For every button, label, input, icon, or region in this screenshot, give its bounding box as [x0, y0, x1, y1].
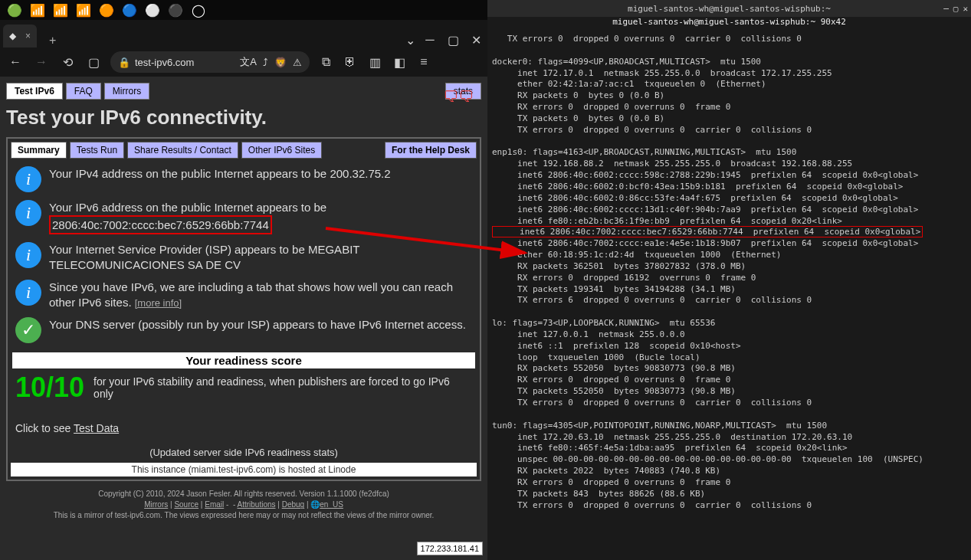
maximize-button[interactable]: ▢ [444, 32, 461, 47]
terminal-title: miguel-santos-wh@miguel-santos-wisphub:~ [628, 4, 831, 14]
click-test-line: Click to see Test Data [15, 422, 472, 434]
reload-button[interactable]: ⟲ [58, 55, 77, 70]
os-titlebar: 🟢 📶 📶 📶 🟠 🔵 ⚪ ⚫ ◯ [0, 0, 487, 20]
close-button[interactable]: ✕ [467, 32, 484, 47]
app-icon-7[interactable]: ⚪ [146, 3, 159, 17]
warning-icon[interactable]: ⚠ [293, 57, 302, 68]
sub-tab-summary[interactable]: Summary [11, 142, 67, 159]
terminal-window: miguel-santos-wh@miguel-santos-wisphub:~… [487, 0, 971, 560]
back-button[interactable]: ← [6, 55, 25, 69]
app-icon-8[interactable]: ⚫ [169, 3, 182, 17]
browser-window: 🟢 📶 📶 📶 🟠 🔵 ⚪ ⚫ ◯ ◆ × + ⌄ ─ ▢ ✕ ← → ⟲ ▢ … [0, 0, 487, 560]
forward-button[interactable]: → [32, 55, 51, 69]
dns-text: Your DNS server (possibly run by your IS… [49, 317, 466, 332]
sub-tab-tests[interactable]: Tests Run [70, 142, 124, 159]
sub-tab-help[interactable]: For the Help Desk [385, 142, 477, 159]
share-icon[interactable]: ⤴ [263, 57, 268, 68]
tab-close-button[interactable]: × [25, 31, 31, 41]
page-tab-faq[interactable]: FAQ [66, 83, 101, 100]
app-icon-github[interactable]: ◯ [192, 3, 205, 17]
more-info-link[interactable]: [more info] [135, 297, 182, 309]
shield-icon[interactable]: ⛨ [342, 55, 359, 69]
info-icon: i [15, 166, 41, 192]
ipv4-text: Your IPv4 address on the public Internet… [49, 166, 391, 182]
app-icon-4[interactable]: 📶 [77, 3, 90, 17]
browser-toolbar: ← → ⟲ ▢ 🔒 test-ipv6.com 文A ⤴ 🦁 ⚠ ⧉ ⛨ ▥ ◧… [0, 47, 487, 77]
readiness-header: Your readiness score [12, 352, 475, 368]
footer-email[interactable]: Email [205, 500, 224, 509]
sidebar-icon[interactable]: ◧ [391, 55, 408, 70]
brave-icon[interactable]: 🦁 [274, 57, 287, 68]
term-maximize[interactable]: ▢ [953, 4, 959, 14]
page-tab-test[interactable]: Test IPv6 [6, 83, 63, 100]
terminal-titlebar: miguel-santos-wh@miguel-santos-wisphub:~… [487, 0, 971, 17]
footer-mirrors[interactable]: Mirrors [144, 500, 168, 509]
terminal-output[interactable]: TX errors 0 dropped 0 overruns 0 carrier… [487, 31, 971, 514]
app-icon-6[interactable]: 🔵 [123, 3, 136, 17]
ipv6-highlight-box: 2806:40c:7002:cccc:bec7:6529:66bb:7744 [49, 215, 272, 235]
bookmark-icon[interactable]: ▢ [84, 55, 103, 70]
extension-icon-1[interactable]: ⧉ [317, 55, 334, 69]
hosted-text: This instance (miami.test-ipv6.com) is h… [11, 463, 477, 476]
minimize-button[interactable]: ─ [422, 32, 438, 47]
score-value: 10/10 [15, 372, 84, 404]
page-title: Test your IPv6 connectivity. [6, 106, 481, 129]
terminal-path: miguel-santos-wh@miguel-santos-wisphub:~… [487, 17, 971, 31]
translate-icon[interactable]: 文A [240, 55, 257, 69]
sub-tab-share[interactable]: Share Results / Contact [127, 142, 238, 159]
browser-tab-active[interactable]: ◆ × [3, 25, 37, 47]
test-data-link[interactable]: Test Data [74, 422, 119, 434]
footer-attributions[interactable]: Attributions [237, 500, 275, 509]
score-text: for your IPv6 stability and readiness, w… [93, 375, 472, 400]
sub-tab-other[interactable]: Other IPv6 Sites [241, 142, 322, 159]
dropdown-icon[interactable]: ⌄ [402, 32, 418, 47]
tab-favicon: ◆ [9, 31, 16, 41]
browser-tabbar: ◆ × + ⌄ ─ ▢ ✕ [0, 20, 487, 47]
url-bar[interactable]: 🔒 test-ipv6.com 文A ⤴ 🦁 ⚠ [110, 51, 310, 73]
info-icon: i [15, 200, 41, 226]
terminal-highlight-line: inet6 2806:40c:7002:cccc:bec7:6529:66bb:… [492, 226, 923, 237]
footer-debug[interactable]: Debug [282, 500, 304, 509]
info-icon: i [15, 280, 41, 306]
info-icon: i [15, 242, 41, 268]
wallet-icon[interactable]: ▥ [366, 55, 383, 70]
footer-source[interactable]: Source [174, 500, 198, 509]
lock-icon: 🔒 [118, 57, 130, 68]
isp-text: Your Internet Service Provider (ISP) app… [49, 242, 472, 272]
page-content: Test IPv6 FAQ Mirrors stats Test your IP… [0, 77, 487, 527]
footer-locale[interactable]: en_US [320, 500, 343, 509]
term-minimize[interactable]: ─ [943, 4, 949, 14]
check-icon: ✓ [15, 317, 41, 343]
ip-badge: 172.233.181.41 [417, 542, 483, 555]
page-footer: Copyright (C) 2010, 2024 Jason Fesler. A… [6, 489, 481, 521]
app-icon-whatsapp[interactable]: 🟢 [8, 3, 21, 17]
tab-notice: Since you have IPv6, we are including a … [49, 280, 472, 309]
ipv6-text: Your IPv6 address on the public Internet… [49, 200, 326, 234]
term-close[interactable]: ✕ [963, 4, 968, 14]
language-icon[interactable]: 🗨🗨 [443, 88, 474, 106]
app-icon-2[interactable]: 📶 [31, 3, 44, 17]
page-tab-mirrors[interactable]: Mirrors [104, 83, 149, 100]
menu-icon[interactable]: ≡ [415, 55, 432, 69]
new-tab-button[interactable]: + [43, 34, 62, 47]
app-icon-3[interactable]: 📶 [54, 3, 67, 17]
app-icon-5[interactable]: 🟠 [100, 3, 113, 17]
updated-text: (Updated server side IPv6 readiness stat… [11, 447, 477, 458]
url-text: test-ipv6.com [135, 57, 194, 68]
